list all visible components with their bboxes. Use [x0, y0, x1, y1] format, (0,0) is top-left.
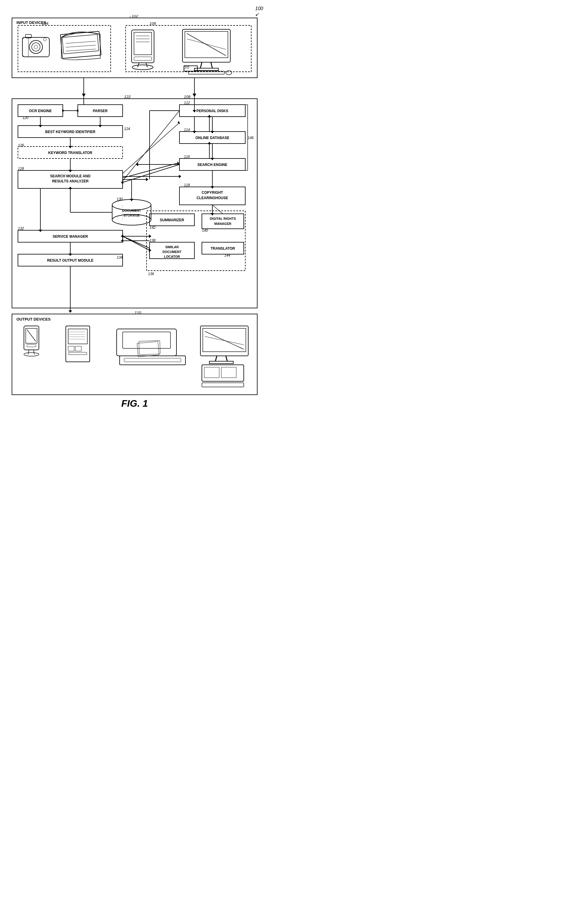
svg-rect-141 — [120, 356, 186, 365]
svg-marker-166 — [193, 131, 196, 133]
svg-line-149 — [205, 337, 244, 345]
svg-marker-45 — [62, 109, 65, 112]
svg-marker-162 — [177, 161, 179, 165]
ref-142: 142 — [150, 226, 156, 230]
svg-rect-34 — [187, 66, 189, 68]
svg-rect-146 — [200, 326, 248, 356]
fig-caption: FIG. 1 — [122, 398, 148, 409]
ref-108: 108 — [184, 95, 190, 99]
best-keyword-label: BEST KEYWORD IDENTIFIER — [45, 130, 95, 134]
svg-line-148 — [205, 331, 244, 349]
personal-disks-label: PERSONAL DISKS — [197, 109, 228, 113]
svg-point-8 — [44, 38, 46, 41]
ref-116: 116 — [184, 154, 190, 159]
svg-line-151 — [226, 356, 227, 361]
svg-marker-121 — [69, 310, 72, 313]
svg-point-4 — [29, 41, 42, 53]
svg-rect-132 — [68, 346, 74, 351]
svg-rect-140 — [123, 332, 170, 348]
svg-rect-145 — [139, 341, 160, 355]
svg-line-13 — [66, 45, 96, 47]
svg-line-150 — [215, 356, 217, 361]
ref-138: 138 — [150, 238, 156, 243]
ref-102: 102 — [132, 15, 138, 18]
ocr-engine-label: OCR ENGINE — [29, 109, 52, 113]
drm-label2: MANAGER — [214, 222, 231, 226]
svg-line-129 — [33, 350, 34, 354]
ref-134: 134 — [117, 256, 123, 260]
svg-rect-31 — [194, 68, 218, 70]
ref-118: 118 — [184, 183, 190, 187]
ref-122: 122 — [124, 95, 131, 99]
svg-marker-82 — [207, 115, 211, 117]
svg-marker-75 — [69, 254, 72, 256]
svg-marker-38 — [82, 94, 86, 97]
sdl-label3: LOCATOR — [164, 255, 180, 258]
svg-marker-40 — [193, 94, 196, 97]
search-module-label: SEARCH MODULE AND — [50, 174, 90, 178]
svg-marker-110 — [149, 248, 151, 252]
svg-point-22 — [132, 65, 153, 70]
svg-point-6 — [34, 45, 38, 49]
svg-marker-94 — [179, 175, 181, 178]
svg-rect-131 — [68, 329, 87, 344]
svg-line-27 — [187, 33, 226, 56]
svg-marker-46 — [76, 109, 78, 112]
diagram-container: 100 ↙ INPUT DEVICES 102 104 — [6, 6, 263, 411]
svg-marker-58 — [69, 170, 72, 172]
svg-rect-123 — [24, 326, 39, 350]
svg-rect-102 — [202, 214, 244, 229]
svg-rect-134 — [69, 352, 87, 355]
svg-marker-99 — [211, 186, 214, 189]
doc-storage-label: DOCUMENT — [122, 209, 141, 212]
svg-line-125 — [27, 329, 36, 341]
search-engine-label: SEARCH ENGINE — [197, 163, 227, 167]
svg-point-5 — [32, 43, 40, 51]
ref-100: 100 ↙ — [255, 6, 263, 17]
ref-130: 130 — [117, 197, 123, 201]
doc-storage-label2: STORAGE — [123, 214, 140, 217]
ref-120: 120 — [22, 116, 28, 120]
svg-marker-164 — [193, 110, 196, 112]
svg-rect-16 — [132, 30, 154, 63]
svg-line-28 — [187, 39, 226, 49]
svg-line-30 — [211, 62, 212, 68]
ref-124: 124 — [124, 127, 130, 131]
svg-line-14 — [66, 49, 96, 51]
svg-rect-156 — [202, 383, 244, 387]
svg-point-127 — [24, 352, 39, 356]
svg-rect-126 — [27, 344, 36, 347]
svg-rect-152 — [209, 361, 233, 364]
svg-line-12 — [66, 41, 96, 44]
copyright-label: COPYRIGHT — [201, 190, 223, 195]
svg-line-128 — [28, 350, 29, 354]
ref-128: 128 — [18, 167, 24, 171]
ref-126: 126 — [18, 143, 24, 147]
svg-marker-117 — [149, 234, 151, 238]
svg-marker-55 — [69, 146, 72, 148]
result-output-label: RESULT OUTPUT MODULE — [47, 258, 93, 263]
svg-marker-69 — [69, 187, 72, 189]
svg-line-107 — [212, 205, 223, 214]
keyword-translator-label: KEYWORD TRANSLATOR — [48, 151, 92, 155]
svg-rect-133 — [75, 346, 81, 351]
ref-112: 112 — [184, 101, 190, 105]
sdl-label2: DOCUMENT — [162, 250, 181, 254]
ref-144: 144 — [224, 253, 230, 257]
svg-line-111 — [123, 236, 150, 248]
svg-marker-80 — [211, 131, 214, 133]
svg-marker-106 — [211, 213, 214, 216]
ref-106: 106 — [150, 21, 156, 26]
svg-marker-72 — [39, 230, 42, 232]
svg-marker-85 — [211, 158, 214, 160]
svg-rect-142 — [124, 358, 181, 362]
svg-marker-115 — [146, 178, 148, 181]
drm-label: DIGITAL RIGHTS — [210, 217, 236, 220]
search-module-label2: RESULTS ANALYZER — [52, 179, 89, 183]
sdl-label: SIMILAR — [165, 245, 179, 249]
online-db-label: ONLINE DATABASE — [195, 136, 229, 140]
svg-marker-50 — [39, 125, 42, 128]
svg-rect-21 — [134, 57, 151, 61]
ref-136: 136 — [148, 272, 154, 276]
svg-rect-155 — [221, 367, 236, 378]
